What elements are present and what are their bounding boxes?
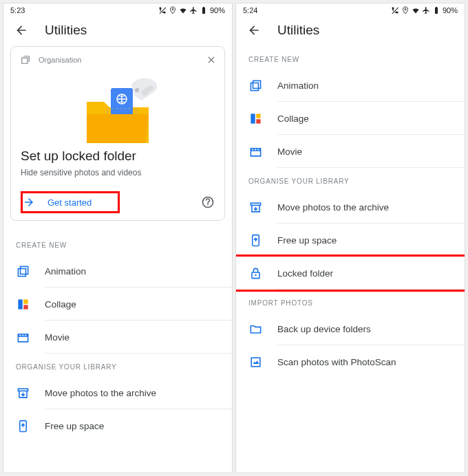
list-item-label: Collage <box>277 113 309 124</box>
section-create-new-header: CREATE NEW <box>236 46 465 69</box>
list-item-free-space[interactable]: Free up space <box>236 224 465 257</box>
list-item-photoscan[interactable]: Scan photos with PhotoScan <box>236 345 465 378</box>
status-icons: 90% <box>158 6 225 14</box>
organisation-icon <box>21 55 30 65</box>
list-item-label: Animation <box>45 266 86 277</box>
location-icon <box>401 6 410 14</box>
archive-icon <box>249 201 262 214</box>
list-item-backup-folders[interactable]: Back up device folders <box>236 312 465 345</box>
section-organise-header: ORGANISE YOUR LIBRARY <box>236 168 465 191</box>
phone-right: 5:24 90% Utilities CREATE NEW Animation … <box>235 3 465 473</box>
close-icon[interactable] <box>206 55 216 65</box>
help-icon[interactable] <box>201 195 215 209</box>
svg-rect-18 <box>256 119 260 123</box>
card-header: Organisation <box>21 55 215 65</box>
free-space-icon <box>17 420 30 433</box>
phone-left: 5:23 90% Utilities Organisation <box>3 3 233 473</box>
card-title: Set up locked folder <box>21 149 215 164</box>
status-time: 5:24 <box>243 6 257 14</box>
page-title: Utilities <box>45 23 87 38</box>
svg-rect-9 <box>18 299 22 309</box>
svg-rect-8 <box>20 266 28 274</box>
svg-point-22 <box>255 274 256 275</box>
app-bar: Utilities <box>3 16 232 46</box>
wifi-icon <box>412 6 420 14</box>
battery-percent: 90% <box>210 6 225 14</box>
svg-rect-19 <box>251 203 260 205</box>
phone-off-icon <box>391 6 399 14</box>
svg-rect-11 <box>23 305 28 309</box>
battery-percent: 90% <box>443 6 458 14</box>
content-area: CREATE NEW Animation Collage Movie ORGAN… <box>236 46 465 473</box>
svg-rect-15 <box>253 80 260 88</box>
list-item-label: Free up space <box>277 235 337 246</box>
svg-rect-23 <box>251 358 260 367</box>
content-area: Organisation Set up locke <box>3 46 232 473</box>
list-item-movie[interactable]: Movie <box>3 321 232 354</box>
list-item-animation[interactable]: Animation <box>236 69 465 102</box>
back-icon[interactable] <box>247 23 261 37</box>
svg-rect-12 <box>18 389 28 391</box>
status-bar: 5:24 90% <box>236 3 465 16</box>
list-item-label: Free up space <box>45 421 104 431</box>
free-space-icon <box>249 234 262 247</box>
phone-off-icon <box>158 6 167 14</box>
status-bar: 5:23 90% <box>3 3 232 16</box>
list-item-label: Movie <box>45 332 70 343</box>
list-item-locked-folder[interactable]: Locked folder <box>236 255 465 292</box>
arrow-right-icon <box>23 196 35 208</box>
list-item-archive[interactable]: Move photos to the archive <box>236 191 465 224</box>
collage-icon <box>249 112 262 125</box>
status-icons: 90% <box>391 6 458 14</box>
setup-locked-folder-card: Organisation Set up locke <box>10 46 225 221</box>
card-actions: Get started <box>21 188 215 213</box>
wifi-icon <box>179 6 187 14</box>
battery-icon <box>432 6 440 14</box>
svg-rect-14 <box>251 83 258 90</box>
svg-point-0 <box>135 88 139 92</box>
list-item-label: Collage <box>45 299 76 310</box>
collage-icon <box>17 298 30 311</box>
list-item-collage[interactable]: Collage <box>236 102 465 135</box>
animation-icon <box>249 79 262 92</box>
status-time: 5:23 <box>10 6 25 14</box>
svg-rect-10 <box>23 299 28 303</box>
airplane-icon <box>422 6 430 14</box>
animation-icon <box>17 265 30 278</box>
list-item-label: Movie <box>277 147 302 157</box>
list-item-label: Animation <box>277 80 319 91</box>
get-started-button[interactable]: Get started <box>21 191 120 213</box>
list-item-label: Locked folder <box>277 268 333 279</box>
list-item-label: Move photos to the archive <box>277 202 389 213</box>
get-started-label: Get started <box>47 197 92 208</box>
folder-icon <box>249 323 262 336</box>
photoscan-icon <box>249 356 262 369</box>
list-item-free-space[interactable]: Free up space <box>3 409 232 442</box>
section-import-header: IMPORT PHOTOS <box>236 290 465 312</box>
svg-rect-17 <box>256 113 260 118</box>
app-bar: Utilities <box>236 16 465 46</box>
movie-icon <box>249 145 262 158</box>
folder-illustration <box>21 66 215 147</box>
archive-icon <box>17 387 30 400</box>
list-item-label: Move photos to the archive <box>45 388 156 398</box>
list-item-animation[interactable]: Animation <box>3 255 232 288</box>
card-category: Organisation <box>39 56 81 64</box>
movie-icon <box>17 331 30 344</box>
page-title: Utilities <box>277 23 319 38</box>
battery-icon <box>200 6 208 14</box>
list-item-movie[interactable]: Movie <box>236 135 465 168</box>
svg-rect-7 <box>18 268 25 276</box>
section-create-new-header: CREATE NEW <box>3 232 232 255</box>
back-icon[interactable] <box>14 23 28 37</box>
lock-icon <box>249 267 262 280</box>
list-item-collage[interactable]: Collage <box>3 288 232 321</box>
list-item-archive[interactable]: Move photos to the archive <box>3 376 232 409</box>
list-item-label: Scan photos with PhotoScan <box>277 357 396 367</box>
card-subtitle: Hide sensitive photos and videos <box>21 168 215 177</box>
svg-rect-16 <box>251 113 255 123</box>
section-organise-header: ORGANISE YOUR LIBRARY <box>3 354 232 376</box>
location-icon <box>169 6 177 14</box>
list-item-label: Back up device folders <box>277 324 371 334</box>
airplane-icon <box>189 6 198 14</box>
